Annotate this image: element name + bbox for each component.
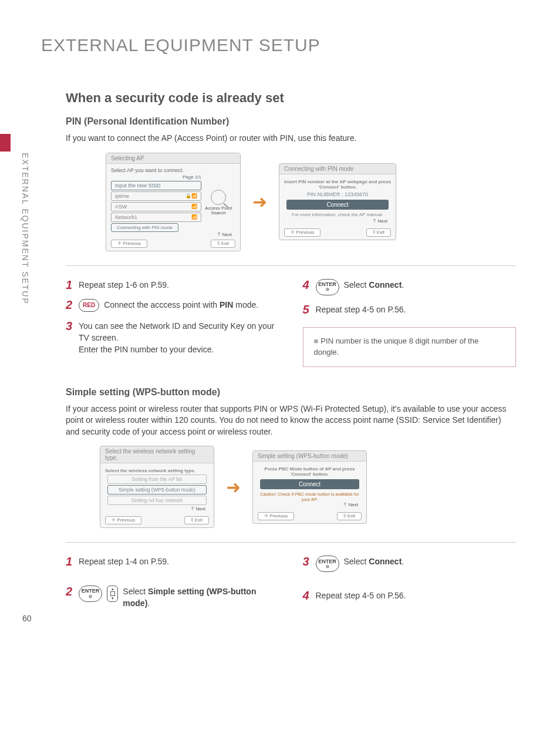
option-wps[interactable]: Simple setting (WPS-button mode) <box>107 485 207 494</box>
exit-button[interactable]: ꕉ Exit <box>337 512 362 520</box>
search-label: Access Point Search <box>201 206 235 217</box>
side-section-label: EXTERNAL EQUIPMENT SETUP <box>21 153 30 305</box>
step-text: Connect the acccess point with PIN mode. <box>104 299 258 311</box>
enter-button-icon: ENTER⊙ <box>316 556 339 572</box>
step-number: 4 <box>303 590 311 601</box>
option-adhoc[interactable]: Setting Ad-hoc network <box>107 496 207 505</box>
arrow-icon: ➜ <box>252 191 267 212</box>
panel-page-indicator: Page 1/1 <box>111 174 201 180</box>
panel-info: For more information, check the AP manua… <box>284 212 391 217</box>
pin-number-value: PIN NUBMER : 12345670 <box>284 191 391 197</box>
panel-title: Select the wireless network setting type… <box>100 446 214 463</box>
panel-instruction: Insert PIN number at the AP webpage and … <box>284 179 391 190</box>
note-box: ■PIN number is the unique 8 digit number… <box>303 327 517 367</box>
next-hint: ꔉ Next <box>258 502 362 508</box>
steps-wps: 1 Repeat step 1-4 on P.59. 2 ENTER⊙ ▴▾ S… <box>66 552 516 617</box>
magnifier-icon <box>211 190 226 205</box>
panel-instruction: Press PBC Mode button of AP and press 'C… <box>258 466 362 477</box>
bullet-icon: ■ <box>314 337 319 345</box>
page-title: EXTERNAL EQUIPMENT SETUP <box>41 35 516 55</box>
screenshot-row-wps: Select the wireless network setting type… <box>100 446 516 528</box>
divider <box>66 542 516 543</box>
enter-button-icon: ENTER⊙ <box>316 279 339 295</box>
previous-button[interactable]: ꔰ Previous <box>258 512 294 520</box>
step-text: Repeat step 1-4 on P.59. <box>79 556 169 567</box>
ap-row[interactable]: ASW📶 <box>111 202 201 211</box>
intro-pin: If you want to connect the AP (Access Po… <box>66 133 516 144</box>
step-number: 3 <box>303 556 311 567</box>
step-number: 5 <box>303 304 311 315</box>
signal-icon: 📶 <box>191 214 197 220</box>
step-text: Select Connect. <box>344 556 404 567</box>
previous-button[interactable]: ꔰ Previous <box>105 516 141 524</box>
next-hint: ꔉ Next <box>284 218 391 224</box>
step-number: 1 <box>66 279 74 291</box>
next-hint: ꔉ Next <box>111 232 235 238</box>
step-number: 3 <box>66 320 74 332</box>
enter-button-icon: ENTER⊙ <box>79 586 102 602</box>
section-heading-security: When a security code is already set <box>66 90 516 106</box>
step-number: 2 <box>66 299 74 311</box>
pin-mode-button[interactable]: Connecting with PIN mode <box>111 223 178 232</box>
previous-button[interactable]: ꔰ Previous <box>111 240 147 248</box>
subheading-pin: PIN (Personal Identification Number) <box>66 116 516 127</box>
intro-wps: If your access point or wireless router … <box>66 403 516 438</box>
lock-signal-icon: 🔒📶 <box>185 193 197 198</box>
panel-title: Selecting AP <box>106 153 240 164</box>
panel-select-type: Select the wireless network setting type… <box>100 446 214 528</box>
step-text: Select Simple setting (WPS-button mode). <box>123 586 279 610</box>
divider <box>66 265 516 266</box>
steps-pin: 1 Repeat step 1-6 on P.59. 2 RED Connect… <box>66 275 516 367</box>
step-number: 1 <box>66 556 74 567</box>
next-hint: ꔉ Next <box>105 506 209 512</box>
step-text: Repeat step 4-5 on P.56. <box>316 304 406 315</box>
page-number: 60 <box>22 614 32 623</box>
subheading-wps: Simple setting (WPS-button mode) <box>66 387 516 398</box>
accent-tab <box>0 134 11 152</box>
red-button-icon: RED <box>79 299 99 312</box>
option-ap-list[interactable]: Setting from the AP list <box>107 475 207 484</box>
screenshot-row-pin: Selecting AP Select AP you want to conne… <box>106 153 516 251</box>
step-text: You can see the Network ID and Security … <box>79 320 279 356</box>
panel-selecting-ap: Selecting AP Select AP you want to conne… <box>106 153 241 251</box>
ap-row[interactable]: iptime🔒📶 <box>111 191 201 201</box>
input-ssid-row[interactable]: Input the new SSID <box>111 181 201 190</box>
nav-updown-icon: ▴▾ <box>107 586 118 602</box>
step-number: 4 <box>303 279 311 291</box>
panel-wps-connect: Simple setting (WPS-button mode) Press P… <box>252 450 367 524</box>
panel-title: Connecting with PIN mode <box>279 164 396 174</box>
exit-button[interactable]: ꕉ Exit <box>184 516 209 524</box>
ap-row[interactable]: Network1📶 <box>111 213 201 222</box>
step-text: Repeat step 1-6 on P.59. <box>79 279 169 291</box>
panel-title: Simple setting (WPS-button mode) <box>253 451 366 462</box>
arrow-icon: ➜ <box>226 477 241 497</box>
caution-text: Caution: Check if PBC mode button is ava… <box>258 492 362 502</box>
connect-button[interactable]: Connect <box>286 200 389 210</box>
previous-button[interactable]: ꔰ Previous <box>284 228 321 237</box>
exit-button[interactable]: ꕉ Exit <box>211 240 235 248</box>
signal-icon: 📶 <box>191 204 197 209</box>
step-number: 2 <box>66 586 74 597</box>
step-text: Select Connect. <box>344 279 404 291</box>
step-text: Repeat step 4-5 on P.56. <box>316 590 406 601</box>
panel-subtitle: Select AP you want to connect. <box>111 167 235 173</box>
exit-button[interactable]: ꕉ Exit <box>366 228 391 237</box>
panel-subtitle: Select the wireless network setting type… <box>105 468 209 473</box>
panel-connecting-pin: Connecting with PIN mode Insert PIN numb… <box>279 163 396 240</box>
connect-button[interactable]: Connect <box>260 479 359 489</box>
